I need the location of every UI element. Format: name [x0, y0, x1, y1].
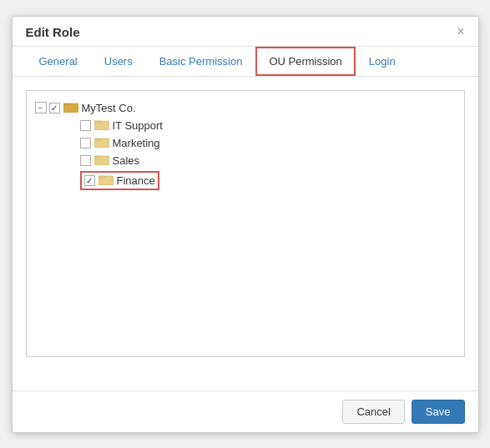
tab-bar: General Users Basic Permission OU Permis… — [13, 47, 478, 77]
node-label-finance: Finance — [117, 174, 155, 187]
checkbox-sales[interactable] — [80, 155, 91, 166]
dialog-body: − MyTest Co. — [13, 77, 478, 390]
tab-users[interactable]: Users — [91, 47, 146, 76]
checkbox-mytest-co[interactable] — [49, 103, 60, 113]
close-button[interactable]: × — [457, 25, 464, 38]
tree-container: − MyTest Co. — [26, 90, 465, 357]
finance-highlight-box[interactable]: Finance — [80, 171, 159, 190]
collapse-button-root[interactable]: − — [35, 102, 47, 113]
node-label-marketing: Marketing — [113, 137, 160, 149]
node-label-sales: Sales — [113, 154, 140, 167]
tree-children: IT Support Marketing — [52, 117, 456, 192]
tree-node-finance: Finance — [52, 169, 456, 192]
checkbox-finance[interactable] — [84, 175, 95, 186]
tab-general[interactable]: General — [26, 47, 91, 76]
folder-icon-marketing — [94, 136, 109, 150]
tab-login[interactable]: Login — [356, 47, 409, 76]
tree-node-marketing: Marketing — [52, 134, 456, 152]
dialog-footer: Cancel Save — [13, 390, 478, 432]
checkbox-it-support[interactable] — [80, 120, 91, 131]
cancel-button[interactable]: Cancel — [342, 400, 404, 424]
dialog-title: Edit Role — [26, 25, 80, 39]
folder-icon-it-support — [94, 118, 109, 133]
folder-icon-finance — [99, 174, 114, 188]
dialog-header: Edit Role × — [13, 17, 478, 47]
node-label-mytest-co: MyTest Co. — [82, 102, 136, 114]
tab-ou-permission[interactable]: OU Permission — [255, 47, 355, 76]
tree-node-root: − MyTest Co. — [35, 99, 456, 117]
node-label-it-support: IT Support — [113, 119, 163, 132]
folder-icon-root — [63, 101, 78, 115]
tree-node-it-support: IT Support — [52, 117, 456, 134]
folder-icon-sales — [94, 154, 109, 168]
checkbox-marketing[interactable] — [80, 138, 91, 148]
tree-node-sales: Sales — [52, 152, 456, 169]
save-button[interactable]: Save — [412, 400, 465, 424]
tab-basic-permission[interactable]: Basic Permission — [146, 47, 256, 76]
edit-role-dialog: Edit Role × General Users Basic Permissi… — [12, 16, 479, 433]
